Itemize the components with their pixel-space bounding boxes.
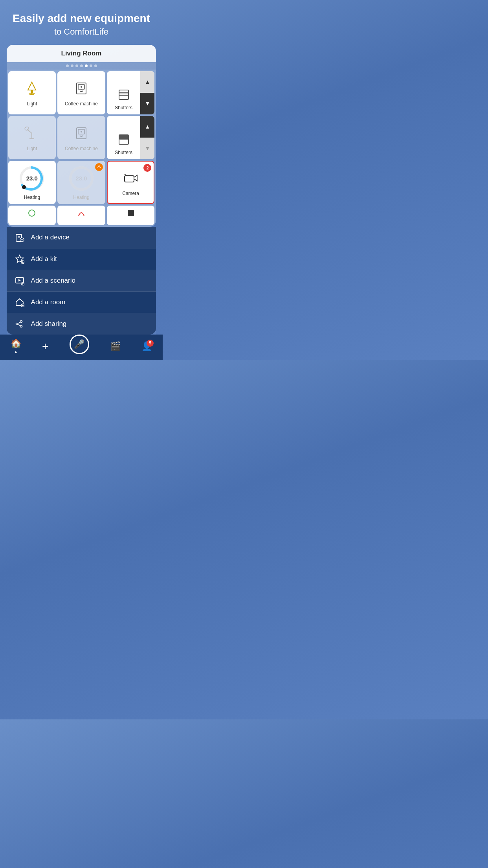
tile-light2[interactable]: Light bbox=[8, 116, 56, 159]
tile-label-light1: Light bbox=[27, 101, 37, 107]
svg-line-52 bbox=[18, 324, 20, 326]
add-room-icon bbox=[15, 297, 25, 307]
camera-icon bbox=[123, 170, 139, 188]
dot-5[interactable] bbox=[85, 64, 88, 67]
add-scenario-icon bbox=[15, 276, 25, 286]
add-kit-label: Add a kit bbox=[31, 255, 57, 263]
nav-home[interactable]: 🏠 ▲ bbox=[11, 338, 21, 354]
svg-point-48 bbox=[16, 323, 18, 325]
heating-value1: 23.0 bbox=[26, 175, 38, 182]
tile-heating2[interactable]: ⚠ 23.0 Heating bbox=[57, 161, 105, 204]
profile-badge: 5 bbox=[147, 340, 154, 347]
svg-point-22 bbox=[22, 185, 26, 189]
heating-value2: 23.0 bbox=[75, 175, 87, 182]
partial-row bbox=[8, 206, 155, 225]
heating-label1: Heating bbox=[24, 195, 40, 200]
home-icon: 🏠 bbox=[11, 338, 21, 349]
shutter-down-btn1[interactable]: ▼ bbox=[140, 93, 154, 114]
add-sharing-label: Add sharing bbox=[31, 320, 67, 328]
dot-1[interactable] bbox=[66, 64, 69, 67]
add-device-label: Add a device bbox=[31, 234, 70, 241]
add-icon: + bbox=[42, 340, 48, 353]
svg-rect-20 bbox=[119, 135, 128, 140]
partial-tile-3[interactable] bbox=[107, 206, 155, 225]
tile-shutters1[interactable]: Shutters ▲ ▼ bbox=[107, 71, 155, 114]
dot-3[interactable] bbox=[75, 64, 78, 67]
svg-line-51 bbox=[18, 322, 20, 324]
tile-label-light2: Light bbox=[27, 146, 37, 151]
svg-marker-41 bbox=[18, 279, 21, 281]
heating-label2: Heating bbox=[73, 195, 89, 200]
shutter-down-btn2[interactable]: ▼ bbox=[140, 138, 154, 159]
svg-marker-0 bbox=[28, 82, 36, 90]
pagination-dots bbox=[7, 62, 156, 70]
menu-item-add-kit[interactable]: Add a kit bbox=[7, 248, 156, 270]
add-device-icon bbox=[15, 232, 25, 243]
partial-tile-2[interactable] bbox=[57, 206, 105, 225]
header: Easily add new equipment to ComfortLife bbox=[5, 0, 158, 45]
tile-label-coffee1: Coffee machine bbox=[65, 101, 98, 107]
dot-2[interactable] bbox=[71, 64, 73, 67]
thermo-display1: 23.0 bbox=[18, 165, 46, 192]
dot-4[interactable] bbox=[80, 64, 83, 67]
bottom-nav: 🏠 ▲ + 🎤 🎬 👤 5 bbox=[0, 335, 163, 360]
header-title-line1: Easily add new equipment bbox=[13, 12, 150, 25]
shutter-up-btn2[interactable]: ▲ bbox=[140, 116, 154, 138]
shutter-icon-area1: Shutters bbox=[107, 71, 141, 114]
coffee-icon2 bbox=[73, 125, 89, 143]
home-chevron: ▲ bbox=[14, 349, 18, 354]
add-scenario-label: Add a scenario bbox=[31, 277, 75, 285]
tile-coffee1[interactable]: Coffee machine bbox=[57, 71, 105, 114]
tile-shutters2[interactable]: Shutters ▲ ▼ bbox=[107, 116, 155, 159]
shutter-controls1: ▲ ▼ bbox=[140, 71, 154, 114]
tile-coffee2[interactable]: Coffee machine bbox=[57, 116, 105, 159]
shutter-icon1 bbox=[118, 89, 130, 103]
tile-label-coffee2: Coffee machine bbox=[65, 146, 98, 151]
svg-rect-29 bbox=[128, 210, 134, 216]
add-room-label: Add a room bbox=[31, 298, 66, 306]
scenario-icon: 🎬 bbox=[110, 341, 121, 351]
lamp-icon bbox=[24, 81, 40, 99]
shutter-icon-area2: Shutters bbox=[107, 116, 141, 159]
device-panel: Living Room Light bbox=[7, 45, 156, 227]
svg-point-49 bbox=[20, 320, 22, 322]
thermo-display2: 23.0 bbox=[68, 165, 95, 192]
bottom-menu: Add a device Add a kit Add a scenario bbox=[7, 227, 156, 335]
menu-item-add-room[interactable]: Add a room bbox=[7, 292, 156, 313]
grid-container: Light Coffee machine bbox=[7, 70, 156, 227]
tile-light1[interactable]: Light bbox=[8, 71, 56, 114]
svg-rect-8 bbox=[119, 90, 128, 99]
desk-lamp-icon bbox=[24, 125, 40, 143]
svg-point-18 bbox=[81, 131, 82, 132]
add-sharing-icon bbox=[15, 319, 25, 329]
menu-item-add-device[interactable]: Add a device bbox=[7, 227, 156, 248]
mic-button[interactable]: 🎤 bbox=[70, 335, 89, 354]
shutter-label1: Shutters bbox=[115, 105, 132, 110]
device-grid: Light Coffee machine bbox=[8, 71, 155, 204]
shutter-icon2 bbox=[118, 134, 130, 148]
warning-badge: ⚠ bbox=[95, 163, 103, 171]
add-kit-icon bbox=[15, 254, 25, 264]
nav-add[interactable]: + bbox=[42, 340, 48, 353]
tile-heating1[interactable]: 23.0 Heating bbox=[8, 161, 56, 204]
room-name: Living Room bbox=[61, 50, 102, 57]
shutter-label2: Shutters bbox=[115, 150, 132, 155]
nav-profile[interactable]: 👤 5 bbox=[141, 341, 152, 351]
svg-point-7 bbox=[81, 86, 82, 88]
tile-label-camera: Camera bbox=[122, 191, 139, 196]
tile-camera[interactable]: 2 Camera bbox=[107, 161, 155, 204]
svg-rect-1 bbox=[31, 90, 33, 93]
partial-tile-1[interactable] bbox=[8, 206, 56, 225]
dot-6[interactable] bbox=[90, 64, 92, 67]
nav-mic[interactable]: 🎤 bbox=[70, 338, 89, 354]
nav-scenario[interactable]: 🎬 bbox=[110, 341, 121, 351]
svg-marker-26 bbox=[134, 175, 137, 181]
header-title-line2: to ComfortLife bbox=[13, 27, 150, 37]
shutter-up-btn1[interactable]: ▲ bbox=[140, 71, 154, 93]
room-header: Living Room bbox=[7, 45, 156, 62]
svg-rect-25 bbox=[125, 176, 134, 182]
menu-item-add-scenario[interactable]: Add a scenario bbox=[7, 270, 156, 292]
dot-7[interactable] bbox=[94, 64, 97, 67]
svg-point-50 bbox=[20, 325, 22, 327]
menu-item-add-sharing[interactable]: Add sharing bbox=[7, 313, 156, 335]
